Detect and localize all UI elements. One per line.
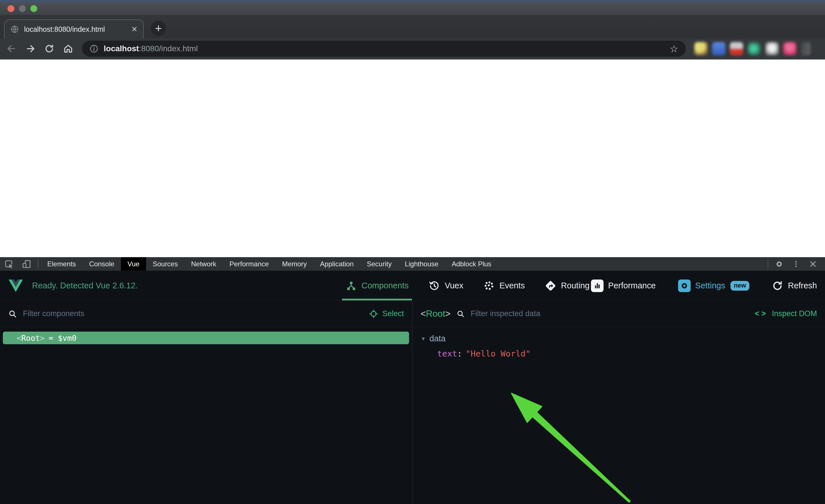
inspector-pane: <Root> <> Inspect DOM ▾ dat	[412, 301, 825, 504]
data-entry-text[interactable]: text:"Hello World"	[437, 349, 530, 358]
devtools-close-icon[interactable]	[804, 257, 822, 271]
browser-tabstrip: localhost:8080/index.html ✕ +	[0, 15, 825, 38]
vue-status-text: Ready. Detected Vue 2.6.12.	[32, 281, 138, 290]
tag-bracket: >	[40, 334, 45, 342]
vue-performance-button[interactable]: Performance	[591, 271, 656, 301]
data-section-toggle[interactable]: ▾ data	[422, 334, 446, 343]
tag-bracket: <	[17, 334, 21, 342]
component-name: Root	[21, 334, 40, 342]
crosshair-select-icon	[369, 309, 378, 319]
filter-inspected-data-input[interactable]	[471, 309, 749, 318]
devtools-tabbar-right	[765, 257, 825, 271]
events-dots-icon	[483, 280, 495, 291]
window-zoom-button[interactable]	[30, 5, 37, 12]
extension-icon-1[interactable]	[694, 42, 707, 55]
select-component-button[interactable]: Select	[369, 309, 404, 319]
extensions-row	[694, 42, 811, 55]
new-tab-button[interactable]: +	[151, 21, 166, 36]
components-tree-icon	[346, 280, 357, 291]
extension-icon-7[interactable]	[801, 42, 811, 55]
tab-title: localhost:8080/index.html	[24, 25, 126, 33]
vue-tab-label: Vuex	[445, 281, 463, 290]
window-minimize-button[interactable]	[19, 5, 26, 12]
component-vm-assignment: = $vm0	[49, 334, 77, 342]
vue-tab-vuex[interactable]: Vuex	[429, 271, 463, 301]
window-close-button[interactable]	[7, 5, 14, 12]
extension-icon-5[interactable]	[765, 42, 778, 55]
tab-close-icon[interactable]: ✕	[131, 25, 138, 33]
vue-tab-label: Events	[499, 281, 525, 290]
filter-components-input[interactable]	[23, 309, 363, 318]
component-tree: <Root>= $vm0	[0, 327, 412, 344]
tag-bracket: <	[421, 309, 426, 319]
devtools-tab-network[interactable]: Network	[184, 257, 223, 271]
site-info-icon[interactable]	[89, 44, 98, 53]
history-clock-icon	[429, 280, 440, 291]
extension-icon-4[interactable]	[748, 42, 761, 55]
window-titlebar	[0, 2, 825, 15]
screen: localhost:8080/index.html ✕ +	[0, 0, 825, 504]
devtools-tab-adblock-plus[interactable]: Adblock Plus	[445, 257, 498, 271]
new-badge: new	[731, 281, 750, 291]
browser-tab[interactable]: localhost:8080/index.html ✕	[4, 19, 144, 38]
settings-gear-icon	[678, 279, 691, 292]
entry-key: text	[437, 349, 457, 358]
desktop-strip	[0, 0, 825, 2]
devtools-kebab-menu-icon[interactable]	[788, 257, 804, 271]
forward-icon[interactable]	[25, 44, 35, 54]
inspected-component-name: Root	[426, 309, 445, 319]
home-icon[interactable]	[63, 44, 73, 54]
data-section-label: data	[429, 334, 445, 343]
url-text: localhost:8080/index.html	[104, 44, 198, 53]
entry-value: "Hello World"	[465, 349, 530, 358]
devtools-tab-vue[interactable]: Vue	[121, 257, 146, 271]
inspect-element-icon[interactable]	[0, 257, 18, 271]
annotation-arrow-icon	[507, 389, 636, 504]
extension-icon-6[interactable]	[783, 42, 796, 55]
url-bar[interactable]: localhost:8080/index.html ☆	[82, 41, 686, 57]
bookmark-star-icon[interactable]: ☆	[670, 43, 678, 55]
devtools-tab-sources[interactable]: Sources	[146, 257, 184, 271]
inspect-dom-label: Inspect DOM	[772, 309, 817, 318]
url-path: :8080/index.html	[139, 44, 198, 53]
vue-tab-label: Routing	[561, 281, 590, 290]
component-row-root-selected[interactable]: <Root>= $vm0	[3, 332, 409, 344]
inspected-component-tag: <Root>	[421, 309, 451, 319]
toolbar-separator	[768, 260, 768, 268]
vue-tab-events[interactable]: Events	[483, 271, 525, 301]
devtools-tab-security[interactable]: Security	[360, 257, 398, 271]
vue-refresh-button[interactable]: Refresh	[772, 271, 817, 301]
performance-chart-icon	[591, 279, 604, 292]
reload-icon[interactable]	[44, 44, 55, 54]
vue-devtools-toolbar: Ready. Detected Vue 2.6.12. Components	[0, 271, 825, 301]
search-icon	[456, 310, 465, 318]
vue-settings-button[interactable]: Settings new	[678, 271, 750, 301]
devtools-tab-lighthouse[interactable]: Lighthouse	[398, 257, 445, 271]
devtools-tab-performance[interactable]: Performance	[223, 257, 275, 271]
vue-tab-components[interactable]: Components	[346, 271, 408, 301]
devtools-panel: Elements Console Vue Sources Network Per…	[0, 257, 825, 504]
vue-action-label: Performance	[608, 281, 656, 290]
tag-bracket: >	[445, 309, 451, 319]
vue-action-label: Settings	[695, 281, 725, 290]
devtools-tab-console[interactable]: Console	[82, 257, 121, 271]
device-toolbar-icon[interactable]	[18, 257, 35, 271]
extension-icon-3[interactable]	[730, 42, 743, 55]
url-host: localhost	[104, 44, 139, 53]
browser-toolbar: localhost:8080/index.html ☆	[0, 38, 825, 60]
devtools-tab-application[interactable]: Application	[313, 257, 360, 271]
vue-toolbar-actions: Performance Settings	[591, 271, 817, 301]
vue-devtools-panels: Select <Root>= $vm0 <Root>	[0, 301, 825, 504]
devtools-tab-memory[interactable]: Memory	[275, 257, 313, 271]
inspect-dom-button[interactable]: <> Inspect DOM	[755, 309, 817, 318]
back-icon[interactable]	[6, 44, 17, 54]
devtools-tab-elements[interactable]: Elements	[41, 257, 82, 271]
vue-nav-tabs: Components Vuex	[346, 271, 603, 301]
component-tree-pane: Select <Root>= $vm0	[0, 301, 412, 504]
devtools-settings-gear-icon[interactable]	[770, 257, 788, 271]
vue-logo-icon	[9, 279, 23, 292]
extension-icon-2[interactable]	[712, 42, 725, 55]
toolbar-separator	[38, 260, 39, 268]
code-brackets-icon: <>	[755, 309, 768, 318]
vue-action-label: Refresh	[788, 281, 817, 290]
